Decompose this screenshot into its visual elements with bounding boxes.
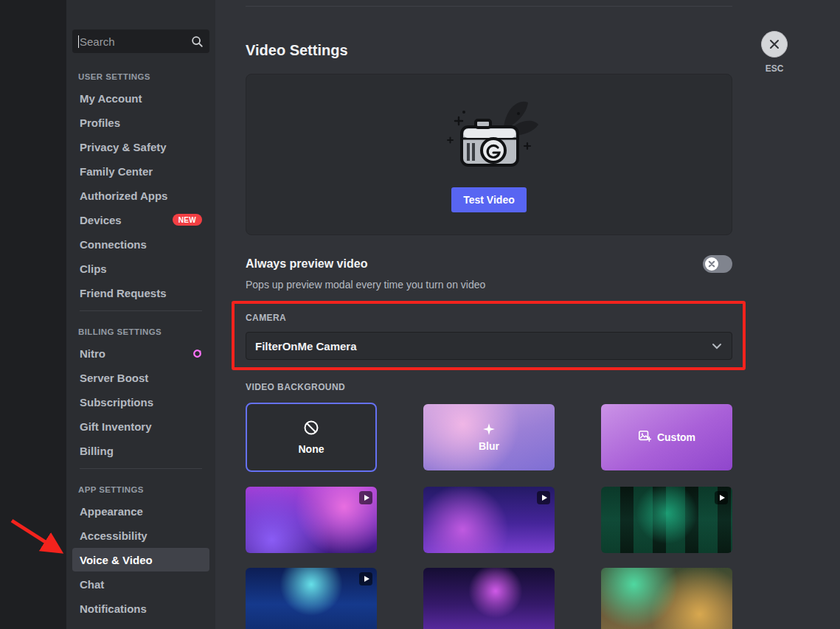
sidebar-item-voice-video[interactable]: Voice & Video [72, 548, 209, 571]
background-option-blur[interactable]: Blur [423, 404, 555, 470]
sidebar-item-authorized-apps[interactable]: Authorized Apps [72, 184, 209, 207]
always-preview-label: Always preview video [246, 257, 367, 271]
always-preview-toggle[interactable] [703, 255, 732, 273]
sidebar-item-label: Subscriptions [80, 396, 153, 409]
background-option-custom[interactable]: Custom [601, 404, 732, 470]
new-badge: NEW [173, 214, 202, 226]
sidebar-item-billing[interactable]: Billing [72, 439, 209, 462]
sidebar-item-label: Profiles [80, 117, 120, 129]
sidebar-item-label: Connections [80, 238, 147, 251]
sidebar-item-profiles[interactable]: Profiles [72, 111, 209, 134]
chevron-down-icon [711, 340, 723, 352]
search-icon [190, 35, 204, 48]
video-preview-panel: Test Video [246, 74, 732, 235]
nitro-gem-icon [192, 349, 202, 358]
tile-label: Custom [657, 431, 695, 443]
camera-select[interactable]: FilterOnMe Camera [246, 332, 732, 360]
image-plus-icon [638, 429, 651, 445]
sidebar-item-connections[interactable]: Connections [72, 232, 209, 256]
sidebar-divider [80, 310, 202, 311]
always-preview-description: Pops up preview modal every time you tur… [246, 279, 732, 291]
search-box[interactable] [72, 29, 209, 53]
settings-content: Video Settings [215, 0, 840, 629]
sidebar-item-label: Clips [80, 263, 107, 275]
background-thumbnail-2[interactable] [423, 487, 555, 553]
camera-illustration [430, 97, 548, 180]
sidebar-item-family-center[interactable]: Family Center [72, 159, 209, 183]
section-header-user-settings: USER SETTINGS [71, 62, 211, 86]
video-background-label: VIDEO BACKGROUND [246, 382, 732, 392]
search-input[interactable] [80, 35, 190, 48]
video-background-grid: None Blur [246, 403, 732, 629]
sidebar-item-privacy-safety[interactable]: Privacy & Safety [72, 135, 209, 159]
sidebar-item-notifications[interactable]: Notifications [72, 597, 209, 620]
sidebar-item-chat[interactable]: Chat [72, 572, 209, 596]
sidebar-item-label: Server Boost [80, 372, 148, 384]
sidebar-item-label: Chat [80, 578, 104, 591]
background-thumbnail-4[interactable] [246, 568, 377, 629]
background-thumbnail-3[interactable] [601, 487, 732, 553]
sidebar-item-clips[interactable]: Clips [72, 257, 209, 280]
play-icon [359, 572, 372, 585]
sidebar-item-label: Family Center [80, 165, 153, 178]
close-icon[interactable] [761, 31, 788, 58]
camera-label: CAMERA [246, 313, 732, 323]
camera-select-value: FilterOnMe Camera [255, 340, 357, 352]
sidebar-item-label: Voice & Video [80, 554, 153, 566]
background-option-none[interactable]: None [246, 403, 377, 472]
esc-label: ESC [758, 63, 791, 74]
sidebar-item-label: Accessibility [80, 529, 147, 542]
sparkle-icon [483, 423, 495, 438]
sidebar-item-label: Billing [80, 445, 114, 457]
play-icon [359, 491, 372, 504]
sidebar-item-devices[interactable]: Devices NEW [72, 208, 209, 232]
sidebar-item-nitro[interactable]: Nitro [72, 341, 209, 365]
sidebar-item-label: Friend Requests [80, 287, 167, 299]
sidebar-item-label: Devices [80, 214, 122, 226]
text-caret [78, 35, 79, 48]
sidebar-item-label: Nitro [80, 347, 105, 360]
left-rail [0, 0, 66, 629]
sidebar-item-label: My Account [80, 92, 142, 105]
none-icon [303, 420, 319, 439]
sidebar-item-label: Gift Inventory [80, 420, 152, 433]
sidebar-item-gift-inventory[interactable]: Gift Inventory [72, 414, 209, 438]
discord-settings-window: USER SETTINGS My Account Profiles Privac… [0, 0, 840, 629]
background-thumbnail-5[interactable] [423, 568, 555, 629]
background-thumbnail-6[interactable] [601, 568, 732, 629]
sidebar-item-label: Authorized Apps [80, 190, 167, 202]
section-divider [246, 6, 732, 7]
tile-label: Blur [479, 440, 499, 452]
sidebar-item-server-boost[interactable]: Server Boost [72, 366, 209, 389]
tile-label: None [299, 443, 324, 455]
section-header-app-settings: APP SETTINGS [71, 475, 211, 498]
sidebar-item-accessibility[interactable]: Accessibility [72, 524, 209, 547]
toggle-off-icon [705, 257, 718, 271]
sidebar-item-label: Appearance [80, 505, 143, 518]
play-icon [715, 491, 728, 504]
play-icon [537, 491, 550, 504]
test-video-button[interactable]: Test Video [451, 187, 527, 212]
sidebar-item-label: Privacy & Safety [80, 141, 167, 153]
sidebar-item-appearance[interactable]: Appearance [72, 499, 209, 523]
close-settings-button[interactable]: ESC [758, 31, 791, 74]
sidebar-item-label: Notifications [80, 602, 147, 615]
sidebar-item-subscriptions[interactable]: Subscriptions [72, 390, 209, 414]
page-title: Video Settings [246, 42, 732, 59]
section-header-billing-settings: BILLING SETTINGS [71, 317, 211, 341]
sidebar-item-friend-requests[interactable]: Friend Requests [72, 281, 209, 305]
background-thumbnail-1[interactable] [246, 487, 377, 553]
settings-sidebar: USER SETTINGS My Account Profiles Privac… [66, 0, 215, 629]
sidebar-item-my-account[interactable]: My Account [72, 86, 209, 110]
sidebar-divider [80, 468, 202, 469]
